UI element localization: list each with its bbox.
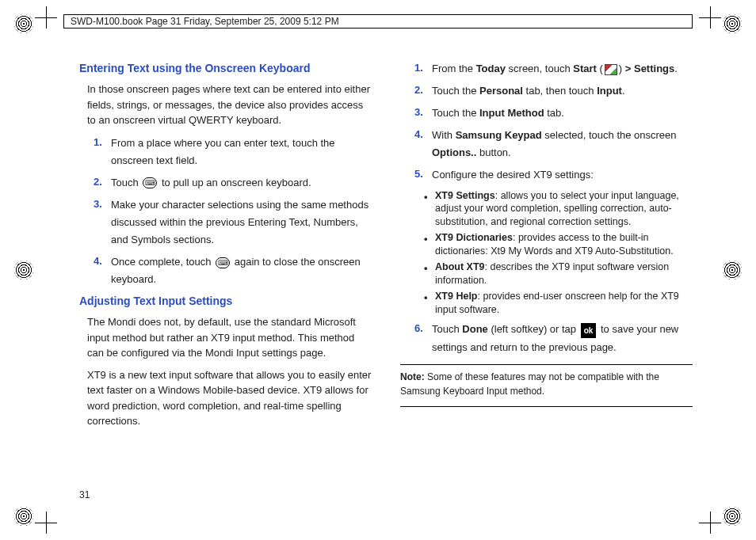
- ordered-list: 1. From the Today screen, touch Start ()…: [414, 60, 693, 184]
- divider: [400, 406, 693, 407]
- step-number: 2.: [414, 82, 432, 100]
- list-item: 3. Make your character selections using …: [94, 196, 372, 249]
- list-item: 3. Touch the Input Method tab.: [414, 105, 693, 122]
- paragraph: XT9 is a new text input software that al…: [87, 367, 372, 429]
- step-text: From a place where you can enter text, t…: [111, 135, 372, 169]
- crop-mark-icon: [699, 6, 721, 29]
- step-number: 5.: [414, 166, 432, 184]
- paragraph: The Mondi does not, by default, use the …: [87, 314, 372, 361]
- step-number: 2.: [94, 174, 111, 192]
- keyboard-toggle-icon: ⌨: [143, 177, 157, 188]
- registration-mark-icon: [723, 507, 742, 526]
- bullet-icon: •: [424, 260, 435, 287]
- list-item: 4. With Samsung Keypad selected, touch t…: [414, 127, 693, 162]
- step-number: 1.: [414, 60, 432, 78]
- registration-mark-icon: [723, 14, 742, 33]
- start-flag-icon: [605, 64, 617, 75]
- crop-mark-icon: [35, 6, 57, 29]
- ok-icon: ok: [581, 323, 597, 338]
- step-number: 3.: [94, 196, 111, 249]
- registration-mark-icon: [14, 14, 33, 33]
- page-header: SWD-M100.book Page 31 Friday, September …: [63, 14, 693, 29]
- bullet-icon: •: [424, 231, 435, 258]
- list-item: 2. Touch the Personal tab, then touch In…: [414, 82, 693, 100]
- bullet-icon: •: [424, 290, 435, 317]
- list-item: • XT9 Help: provides end-user onscreen h…: [424, 290, 693, 317]
- list-item: 4. Once complete, touch ⌨ again to close…: [94, 253, 372, 288]
- list-item: 6. Touch Done (left softkey) or tap ok t…: [414, 321, 693, 356]
- bullet-icon: •: [424, 189, 435, 230]
- section-heading: Entering Text using the Onscreen Keyboar…: [79, 60, 372, 77]
- step-number: 6.: [414, 321, 432, 356]
- list-item: • About XT9: describes the XT9 input sof…: [424, 260, 693, 287]
- bullet-text: XT9 Help: provides end-user onscreen hel…: [435, 290, 693, 317]
- header-title: SWD-M100.book Page 31 Friday, September …: [71, 16, 339, 27]
- keyboard-toggle-icon: ⌨: [216, 257, 230, 268]
- step-text: Touch the Personal tab, then touch Input…: [432, 82, 693, 100]
- page-number: 31: [79, 489, 90, 500]
- list-item: • XT9 Dictionaries: provides access to t…: [424, 231, 693, 258]
- step-text: Touch the Input Method tab.: [432, 105, 693, 122]
- bullet-text: About XT9: describes the XT9 input softw…: [435, 260, 693, 287]
- registration-mark-icon: [723, 260, 742, 280]
- step-text: From the Today screen, touch Start () > …: [432, 60, 693, 78]
- document-page: SWD-M100.book Page 31 Friday, September …: [0, 0, 756, 540]
- step-number: 1.: [94, 135, 111, 169]
- list-item: • XT9 Settings: allows you to select you…: [424, 189, 693, 230]
- step-text: Make your character selections using the…: [111, 196, 372, 249]
- list-item: 1. From a place where you can enter text…: [94, 135, 372, 169]
- note-text: Note: Some of these features may not be …: [400, 370, 693, 398]
- crop-mark-icon: [699, 511, 721, 534]
- left-column: Entering Text using the Onscreen Keyboar…: [79, 55, 372, 492]
- bulleted-list: • XT9 Settings: allows you to select you…: [424, 189, 693, 317]
- step-number: 4.: [94, 253, 111, 288]
- ordered-list: 1. From a place where you can enter text…: [94, 135, 372, 289]
- step-text: Once complete, touch ⌨ again to close th…: [111, 253, 372, 288]
- step-number: 3.: [414, 105, 432, 122]
- list-item: 5. Configure the desired XT9 settings:: [414, 166, 693, 184]
- ordered-list: 6. Touch Done (left softkey) or tap ok t…: [414, 321, 693, 356]
- step-number: 4.: [414, 127, 432, 162]
- list-item: 1. From the Today screen, touch Start ()…: [414, 60, 693, 78]
- step-text: Touch Done (left softkey) or tap ok to s…: [432, 321, 693, 356]
- right-column: 1. From the Today screen, touch Start ()…: [400, 55, 693, 492]
- divider: [400, 364, 693, 365]
- registration-mark-icon: [14, 260, 33, 280]
- bullet-text: XT9 Settings: allows you to select your …: [435, 189, 693, 230]
- list-item: 2. Touch ⌨ to pull up an onscreen keyboa…: [94, 174, 372, 192]
- step-text: With Samsung Keypad selected, touch the …: [432, 127, 693, 162]
- section-heading: Adjusting Text Input Settings: [79, 293, 372, 310]
- step-text: Touch ⌨ to pull up an onscreen keyboard.: [111, 174, 372, 192]
- registration-mark-icon: [14, 507, 33, 526]
- bullet-text: XT9 Dictionaries: provides access to the…: [435, 231, 693, 258]
- content-columns: Entering Text using the Onscreen Keyboar…: [79, 55, 693, 492]
- paragraph: In those onscreen pages where text can b…: [87, 82, 372, 128]
- step-text: Configure the desired XT9 settings:: [432, 166, 693, 184]
- crop-mark-icon: [35, 511, 57, 534]
